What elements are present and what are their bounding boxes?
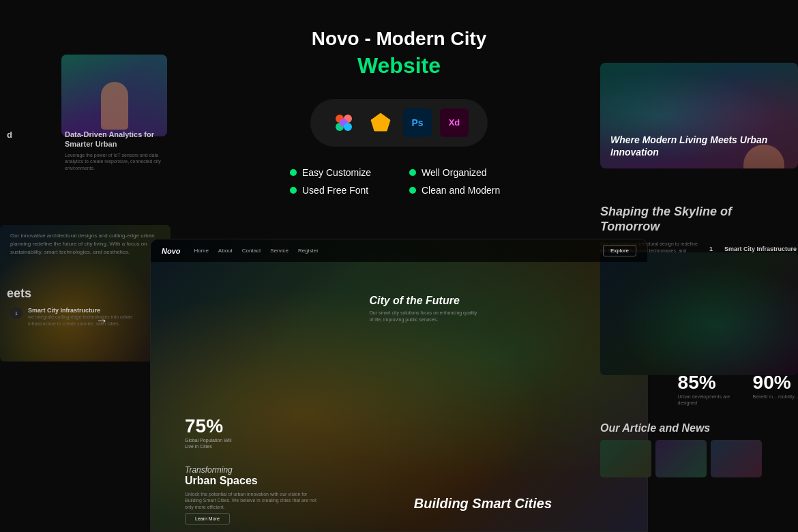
mockup-logo: Novo: [162, 247, 181, 255]
main-title: Novo - Modern City: [312, 27, 487, 50]
mockup-transform-text: Transforming Urban Spaces: [185, 465, 258, 487]
right-hero-tagline: Where Modern Living Meets Urban Innovati…: [610, 134, 798, 158]
article-thumb-2: [655, 440, 707, 477]
mockup-transform-top: Transforming: [185, 465, 258, 475]
mockup-transform-bottom: Urban Spaces: [185, 475, 258, 487]
city-future-title: City of the Future: [369, 294, 478, 307]
feature-dot-2: [409, 169, 416, 176]
city-future-desc: Our smart city solutions focus on enhanc…: [369, 310, 478, 323]
article-images: [600, 440, 798, 477]
website-mockup: Novo Home About Contact Service Register…: [150, 239, 648, 532]
article-thumb-1: [600, 440, 651, 477]
feature-easy-customize: Easy Customize: [290, 167, 389, 178]
stat-number-1: 85%: [678, 372, 733, 394]
left-mobility-label: d: [0, 130, 19, 140]
tool-icons-row: Ps Xd: [310, 99, 488, 147]
article-section: Our Article and News: [600, 422, 798, 477]
smart-city-content: Smart City Infrastructure we integrate c…: [28, 307, 151, 327]
article-title: Our Article and News: [600, 422, 798, 434]
stat-label-1: Urban developments are designed: [678, 394, 733, 406]
nav-contact: Contact: [242, 248, 261, 254]
left-data-driven-card: Data-Driven Analytics for Smarter Urban …: [61, 130, 177, 172]
article-thumb-3: [711, 440, 762, 477]
feature-label-1: Easy Customize: [302, 167, 371, 178]
building-smart-section: Building Smart Cities: [414, 496, 552, 511]
mockup-hero: Novo Home About Contact Service Register…: [151, 239, 647, 531]
right-hero-image: Where Modern Living Meets Urban Innovati…: [600, 63, 798, 168]
service-title-1: Smart City Infrastructure: [724, 246, 798, 252]
data-driven-title: Data-Driven Analytics for Smarter Urban: [65, 130, 174, 149]
feature-used-free-font: Used Free Font: [290, 185, 389, 196]
mockup-explore-btn[interactable]: Explore: [603, 245, 636, 256]
feature-dot-3: [290, 187, 297, 194]
sketch-icon: [366, 108, 395, 137]
photoshop-icon: Ps: [403, 108, 432, 137]
feature-dot-4: [409, 187, 416, 194]
mockup-stat: 75% Global Population Will Live in Citie…: [185, 415, 233, 449]
svg-point-4: [344, 123, 352, 131]
person-silhouette: [101, 82, 128, 130]
smart-city-item-title: Smart City Infrastructure: [28, 307, 151, 314]
city-bg-right-bottom: [600, 252, 798, 375]
feature-dot-1: [290, 169, 297, 176]
main-title-highlight: Website: [357, 53, 441, 78]
features-grid: Easy Customize Well Organized Used Free …: [290, 167, 508, 196]
mockup-stat-number: 75%: [185, 415, 233, 437]
left-meets-text: eets: [0, 286, 31, 301]
center-panel: Novo - Modern City Website Ps Xd: [283, 0, 515, 273]
service-num-1: 1: [709, 246, 719, 252]
svg-marker-6: [371, 113, 390, 131]
skyline-title: Shaping the Skyline of Tomorrow: [600, 205, 798, 234]
feature-label-2: Well Organized: [422, 167, 486, 178]
mockup-desc: Unlock the potential of urban innovation…: [185, 491, 321, 511]
figma-icon: [329, 108, 358, 137]
mockup-learn-btn[interactable]: Learn More: [185, 513, 230, 524]
stat-label-2: Benefit m... mobility...: [753, 394, 798, 400]
smart-city-item: 1 Smart City Infrastructure we integrate…: [10, 307, 151, 327]
left-top-card: [61, 55, 167, 136]
nav-home: Home: [194, 248, 209, 254]
left-smart-city-items: 1 Smart City Infrastructure we integrate…: [0, 307, 161, 336]
building-smart-title: Building Smart Cities: [414, 496, 552, 511]
city-future-section: City of the Future Our smart city soluti…: [369, 294, 478, 323]
smart-city-num: 1: [10, 307, 23, 319]
xd-icon: Xd: [440, 108, 469, 137]
stat-number-2: 90%: [753, 372, 798, 394]
stat-block-1: 85% Urban developments are designed: [678, 372, 733, 406]
mockup-stat-label: Global Population Will Live in Cities: [185, 437, 233, 449]
feature-label-3: Used Free Font: [302, 185, 368, 196]
feature-well-organized: Well Organized: [409, 167, 508, 178]
city-image-top-left: [61, 55, 167, 136]
stats-row-right: 85% Urban developments are designed 90% …: [678, 372, 798, 406]
right-panel: Where Modern Living Meets Urban Innovati…: [593, 0, 798, 532]
feature-clean-modern: Clean and Modern: [409, 185, 508, 196]
stat-block-2: 90% Benefit m... mobility...: [753, 372, 798, 406]
smart-city-item-desc: we integrate cutting-edge technologies i…: [28, 314, 151, 327]
nav-about: About: [218, 248, 233, 254]
feature-label-4: Clean and Modern: [422, 185, 500, 196]
data-driven-desc: Leverage the power of IoT sensors and da…: [65, 152, 167, 172]
